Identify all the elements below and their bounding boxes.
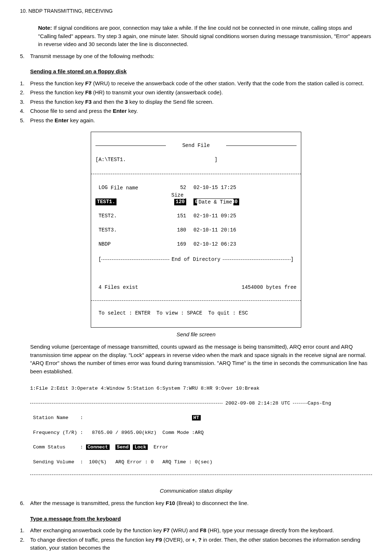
- step-text: To change direction of traffic, press th…: [30, 536, 372, 552]
- num: 3.: [20, 98, 30, 106]
- step-text: Press the function key F3 and then the 3…: [30, 98, 213, 106]
- step-text: Press the Enter key again.: [30, 116, 95, 125]
- caption-sendfile: Send file screen: [20, 331, 372, 339]
- step-text: After exchanging answerback code by the …: [30, 526, 334, 535]
- num: 4.: [20, 107, 30, 115]
- file-row: NBDP16902-10-12 06:23: [95, 241, 297, 248]
- comm-status-display: 1:File 2:Edit 3:Operate 4:Window 5:Stati…: [30, 378, 372, 484]
- keyboard-steps: 1.After exchanging answerback code by th…: [20, 526, 372, 552]
- comm-status-label: Comm Status :: [33, 444, 86, 450]
- note-text: If signal conditions are poor, connectio…: [38, 25, 371, 47]
- col-size: Size: [170, 192, 185, 199]
- note-block: Note: If signal conditions are poor, con…: [38, 24, 372, 49]
- step-text: Press the function key F8 (HR) to transm…: [30, 89, 223, 97]
- top-step-list: 5.Transmit message by one of the followi…: [20, 52, 372, 61]
- status-lock: Lock: [133, 444, 147, 450]
- num: 5.: [20, 52, 30, 61]
- sendfile-title: Send File: [180, 143, 212, 148]
- comm-menu: 1:File 2:Edit 3:Operate 4:Window 5:Stati…: [30, 385, 372, 392]
- num: 2.: [20, 536, 30, 552]
- station-name-label: Station Name :: [33, 415, 83, 420]
- heading-keyboard: Type a message from the keyboard: [30, 515, 372, 523]
- sendfile-column-headers: File name Size Date & Time: [95, 171, 297, 177]
- sendfile-path: [A:\TEST1. ]: [95, 156, 297, 164]
- heading-floppy: Sending a file stored on a floppy disk: [30, 67, 372, 76]
- status-connect: Connect: [86, 444, 110, 450]
- num: 5.: [20, 116, 30, 125]
- step-text: Transmit message by one of the following…: [30, 52, 154, 61]
- sending-volume: Sending Volume : 100(%) ARQ Error : 0 AR…: [33, 459, 212, 465]
- file-row: TEST2.15102-10-11 09:25: [95, 213, 297, 220]
- sending-description: Sending volume (percentage of message tr…: [30, 343, 372, 376]
- comm-timestamp: 2002-09-08 2:14:28 UTC: [225, 401, 290, 406]
- status-error: Error: [154, 444, 168, 450]
- sendfile-hint: To select : ENTER To view : SPACE To qui…: [95, 310, 297, 317]
- status-send: Send: [115, 444, 130, 450]
- end-of-directory: [End of Directory]: [95, 256, 297, 263]
- col-name: File name: [109, 185, 140, 192]
- comm-frequency: Frequency (T/R) : 8765.00 / 8965.00(kHz)…: [33, 430, 204, 435]
- num: 1.: [20, 526, 30, 535]
- comm-caps: Caps-Eng: [307, 401, 331, 406]
- ht-indicator: HT: [192, 415, 201, 420]
- file-row-selected: TEST1.12002-10-10 16:30: [95, 198, 297, 206]
- file-summary: 4 Files exist1454000 bytes free: [95, 284, 297, 291]
- col-date: Date & Time: [197, 199, 233, 206]
- step6-list: 6.After the message is transmitted, pres…: [20, 499, 372, 508]
- num: 6.: [20, 499, 30, 508]
- num: 2.: [20, 89, 30, 97]
- step-text: Press the function key F7 (WRU) to recei…: [30, 79, 364, 88]
- send-file-screen: Send File [A:\TEST1. ] File name Size Da…: [91, 132, 301, 328]
- step-text: After the message is transmitted, press …: [30, 499, 249, 508]
- floppy-steps: 1.Press the function key F7 (WRU) to rec…: [20, 79, 372, 125]
- file-row: TEST3.18002-10-11 20:16: [95, 227, 297, 234]
- page-header: 10. NBDP TRANSMITTING, RECEIVING: [20, 7, 372, 15]
- caption-comm: Communication status display: [20, 487, 372, 495]
- num: 1.: [20, 79, 30, 88]
- note-label: Note:: [38, 25, 52, 31]
- step-text: Choose file to send and press the Enter …: [30, 107, 138, 115]
